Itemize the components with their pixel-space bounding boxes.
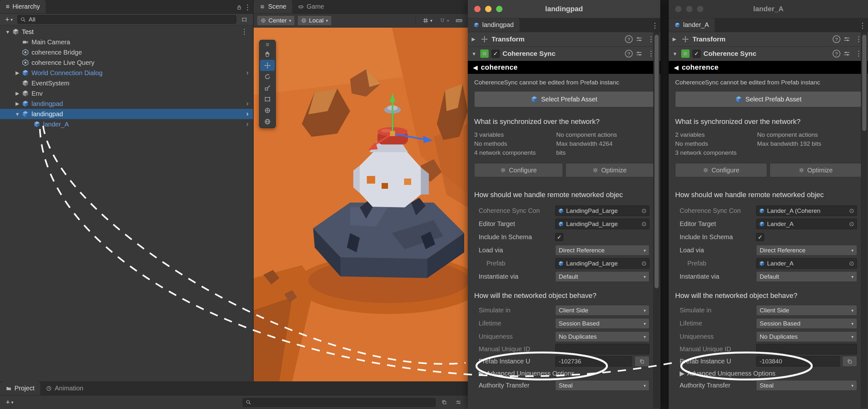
close-icon[interactable] bbox=[675, 6, 682, 12]
prefab-instance-uid-input[interactable]: -103840 bbox=[756, 356, 840, 367]
object-field[interactable]: LandingPad_Large ⊙ bbox=[555, 205, 649, 216]
scale-tool[interactable] bbox=[260, 82, 275, 94]
object-field[interactable]: LandingPad_Large ⊙ bbox=[555, 258, 649, 269]
foldout-open-icon[interactable]: ▼ bbox=[13, 111, 22, 117]
foldout-open-icon[interactable]: ▼ bbox=[673, 51, 678, 57]
inspector-scrollbar[interactable] bbox=[653, 32, 660, 408]
visibility-icon[interactable] bbox=[453, 398, 464, 407]
help-icon[interactable]: ? bbox=[833, 50, 840, 58]
hierarchy-row-coherence-live-query[interactable]: coherence Live Query bbox=[0, 58, 253, 68]
foldout-open-icon[interactable]: ▼ bbox=[3, 29, 12, 35]
hierarchy-row-landingpad-2-selected[interactable]: ▼ landingpad › bbox=[0, 109, 253, 119]
transform-component-header[interactable]: ▶ Transform ? ⋮ bbox=[669, 32, 868, 46]
foldout-closed-icon[interactable]: ▶ bbox=[13, 91, 22, 96]
component-enabled-checkbox[interactable]: ✓ bbox=[692, 50, 701, 58]
object-field[interactable]: LandingPad_Large ⊙ bbox=[555, 218, 649, 229]
tab-animation[interactable]: Animation bbox=[40, 381, 89, 395]
instantiate-via-dropdown[interactable]: Default ▾ bbox=[555, 271, 649, 282]
more-icon[interactable]: ⋮ bbox=[649, 22, 660, 30]
advanced-uniqueness-foldout[interactable]: ▶ Advanced Uniqueness Options bbox=[468, 368, 660, 379]
object-picker-icon[interactable]: ⊙ bbox=[849, 260, 854, 267]
copy-uid-button[interactable] bbox=[842, 356, 857, 367]
object-field[interactable]: Lander_A (Coheren ⊙ bbox=[756, 205, 857, 216]
lifetime-dropdown[interactable]: Session Based ▾ bbox=[555, 318, 649, 329]
tab-game[interactable]: Game bbox=[292, 0, 330, 13]
select-prefab-asset-button[interactable]: Select Prefab Asset bbox=[474, 91, 654, 107]
create-asset-button[interactable]: + ▾ bbox=[4, 398, 16, 406]
tab-inspector-landingpad[interactable]: landingpad bbox=[468, 18, 520, 32]
simulate-in-dropdown[interactable]: Client Side ▾ bbox=[555, 305, 649, 315]
presets-icon[interactable] bbox=[636, 36, 643, 43]
hierarchy-row-main-camera[interactable]: Main Camera bbox=[0, 37, 253, 47]
more-icon[interactable]: ⋮ bbox=[239, 28, 250, 36]
foldout-closed-icon[interactable]: ▶ bbox=[673, 36, 678, 42]
object-picker-icon[interactable]: ⊙ bbox=[641, 220, 647, 228]
simulate-in-dropdown[interactable]: Client Side ▾ bbox=[756, 305, 857, 315]
coherence-sync-component-header[interactable]: ▼ ✓ Coherence Sync ? ⋮ bbox=[669, 46, 868, 61]
tab-hierarchy[interactable]: ≡ Hierarchy bbox=[0, 0, 45, 13]
manual-unique-id-input[interactable] bbox=[756, 344, 857, 354]
include-in-schema-checkbox[interactable]: ✓ bbox=[555, 233, 563, 241]
presets-icon[interactable] bbox=[843, 36, 850, 43]
optimize-button[interactable]: Optimize bbox=[565, 163, 654, 177]
view-hand-tool[interactable] bbox=[260, 48, 275, 60]
open-prefab-icon[interactable]: › bbox=[246, 110, 248, 118]
hierarchy-row-landingpad-1[interactable]: ▶ landingpad › bbox=[0, 99, 253, 109]
help-icon[interactable]: ? bbox=[625, 35, 633, 43]
configure-button[interactable]: Configure bbox=[474, 163, 563, 177]
foldout-closed-icon[interactable]: ▶ bbox=[472, 36, 477, 42]
pivot-mode-button[interactable]: Center ▾ bbox=[257, 15, 295, 26]
snap-increment-button[interactable] bbox=[454, 15, 465, 26]
object-picker-icon[interactable]: ⊙ bbox=[849, 207, 854, 214]
open-prefab-icon[interactable]: › bbox=[246, 120, 248, 128]
instantiate-via-dropdown[interactable]: Default ▾ bbox=[756, 271, 857, 282]
tab-inspector-lander-a[interactable]: lander_A bbox=[669, 18, 715, 32]
more-icon[interactable]: ⋮ bbox=[242, 3, 253, 11]
coherence-sync-component-header[interactable]: ▼ ✓ Coherence Sync ? ⋮ bbox=[468, 46, 660, 61]
custom-editor-tool[interactable] bbox=[260, 116, 275, 127]
object-picker-icon[interactable]: ⊙ bbox=[641, 207, 647, 214]
minimize-icon[interactable] bbox=[485, 6, 492, 12]
scene-viewport[interactable]: ≡ bbox=[254, 28, 468, 381]
snap-magnet-button[interactable]: ▾ bbox=[437, 15, 451, 26]
open-prefab-icon[interactable]: › bbox=[246, 69, 248, 77]
presets-icon[interactable] bbox=[843, 50, 850, 57]
hierarchy-row-world-connection-dialog[interactable]: ▶ World Connection Dialog › bbox=[0, 68, 253, 78]
inspector-scrollbar[interactable] bbox=[861, 32, 867, 408]
load-via-dropdown[interactable]: Direct Reference ▾ bbox=[756, 245, 857, 255]
foldout-closed-icon[interactable]: ▶ bbox=[13, 101, 22, 107]
load-via-dropdown[interactable]: Direct Reference ▾ bbox=[555, 245, 649, 255]
hierarchy-row-env[interactable]: ▶ Env bbox=[0, 88, 253, 99]
presets-icon[interactable] bbox=[636, 50, 643, 57]
close-icon[interactable] bbox=[474, 6, 480, 12]
copy-uid-button[interactable] bbox=[634, 356, 649, 367]
window-titlebar[interactable]: lander_A bbox=[669, 0, 868, 18]
help-icon[interactable]: ? bbox=[625, 50, 633, 58]
tools-drag-handle[interactable]: ≡ bbox=[266, 41, 270, 48]
project-search-input[interactable] bbox=[243, 398, 436, 407]
uniqueness-dropdown[interactable]: No Duplicates ▾ bbox=[555, 331, 649, 342]
manual-unique-id-input[interactable] bbox=[555, 344, 649, 354]
object-field[interactable]: Lander_A ⊙ bbox=[756, 258, 857, 269]
object-field[interactable]: Lander_A ⊙ bbox=[756, 218, 857, 229]
lock-icon[interactable] bbox=[236, 4, 242, 10]
rect-tool[interactable] bbox=[260, 94, 275, 105]
transform-component-header[interactable]: ▶ Transform ? ⋮ bbox=[468, 32, 660, 46]
hierarchy-row-coherence-bridge[interactable]: coherence Bridge bbox=[0, 47, 253, 58]
maximize-icon[interactable] bbox=[697, 6, 704, 12]
search-window-icon[interactable] bbox=[439, 398, 450, 407]
component-enabled-checkbox[interactable]: ✓ bbox=[492, 50, 500, 58]
advanced-uniqueness-foldout[interactable]: ▶ Advanced Uniqueness Options bbox=[669, 368, 868, 379]
configure-button[interactable]: Configure bbox=[675, 163, 767, 177]
create-object-button[interactable]: + ▾ bbox=[3, 15, 15, 24]
select-prefab-asset-button[interactable]: Select Prefab Asset bbox=[675, 91, 862, 107]
move-tool[interactable] bbox=[260, 60, 275, 71]
transform-tool[interactable] bbox=[260, 105, 275, 116]
hierarchy-row-test[interactable]: ▼ Test ⋮ bbox=[0, 27, 253, 37]
uniqueness-dropdown[interactable]: No Duplicates ▾ bbox=[756, 331, 857, 342]
authority-transfer-dropdown[interactable]: Steal ▾ bbox=[555, 380, 649, 391]
lifetime-dropdown[interactable]: Session Based ▾ bbox=[756, 318, 857, 329]
hierarchy-row-lander-a[interactable]: lander_A › bbox=[0, 119, 253, 129]
orientation-mode-button[interactable]: Local ▾ bbox=[298, 15, 332, 26]
rotate-tool[interactable] bbox=[260, 71, 275, 82]
